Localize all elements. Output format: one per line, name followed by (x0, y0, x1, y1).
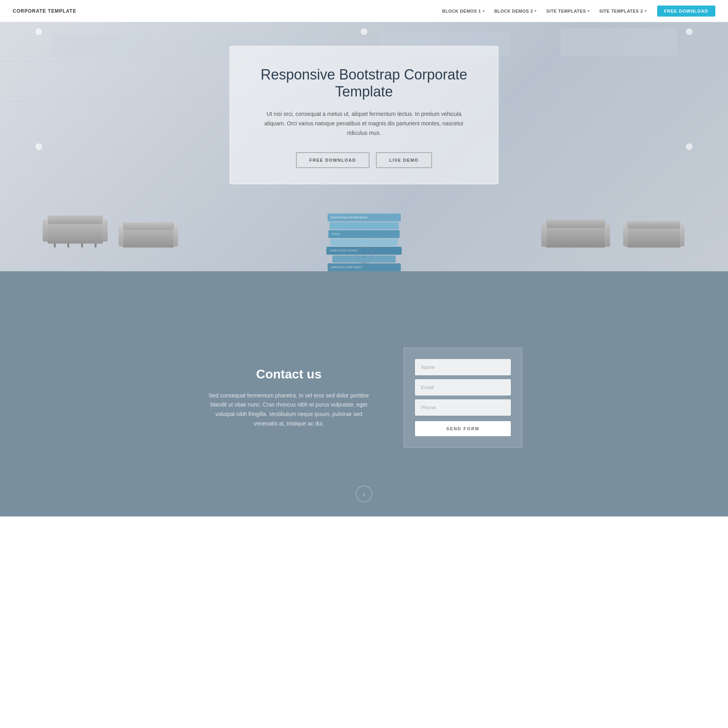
dropdown-caret-1: ▾ (483, 9, 485, 13)
hero-download-button[interactable]: FREE DOWNLOAD (296, 152, 370, 168)
couch-back-3 (546, 219, 605, 228)
book-3: YOGA (328, 230, 400, 238)
nav-block-demos-2[interactable]: BLOCK DEMOS 2 ▾ (490, 6, 541, 16)
handle-top-right (686, 28, 692, 35)
couch-arm-left-4 (623, 225, 628, 246)
hero-section: Responsive Bootstrap Corporate Template … (0, 22, 728, 271)
handle-top-left (36, 28, 42, 35)
couch-back-1 (47, 216, 103, 224)
furniture-piece-2 (123, 222, 174, 248)
hero-title: Responsive Bootstrap Corporate Template (246, 66, 482, 100)
book-4 (330, 239, 398, 246)
book-1: Great Escapes Mediterranean (328, 214, 401, 221)
brand-logo: CORPORATE TEMPLATE (13, 8, 76, 14)
leg (81, 244, 83, 248)
nav-block-demos-1[interactable]: BLOCK DEMOS 1 ▾ (438, 6, 489, 16)
couch-seat-2 (123, 230, 174, 248)
couch-arm-right-4 (680, 225, 684, 246)
furniture-piece-4 (627, 221, 681, 248)
couch-back-4 (627, 221, 681, 229)
leg (67, 244, 69, 248)
couch-seat-1 (47, 224, 103, 244)
contact-title: Contact us (206, 367, 372, 382)
free-download-button[interactable]: FREE DOWNLOAD (657, 6, 715, 17)
hero-demo-button[interactable]: LIVE DEMO (376, 152, 432, 168)
dropdown-caret-3: ▾ (588, 9, 590, 13)
phone-input[interactable] (415, 399, 511, 416)
handle-top-mid (361, 28, 367, 35)
nav-site-templates[interactable]: SITE TEMPLATES ▾ (542, 6, 594, 16)
couch-seat-4 (627, 229, 681, 248)
hero-inner: Responsive Bootstrap Corporate Template … (8, 46, 720, 271)
navbar: CORPORATE TEMPLATE BLOCK DEMOS 1 ▾ BLOCK… (0, 0, 728, 22)
couch-arm-left-3 (541, 224, 547, 247)
dropdown-caret-2: ▾ (535, 9, 537, 13)
furniture-piece-3 (546, 219, 605, 248)
nav-links: BLOCK DEMOS 1 ▾ BLOCK DEMOS 2 ▾ SITE TEM… (438, 6, 715, 17)
couch-arm-left-2 (119, 227, 123, 246)
book-7: CHARLES & RAP FANCY (328, 263, 401, 271)
couch-arm-right-3 (605, 224, 610, 247)
couch-back-2 (123, 222, 174, 230)
name-input[interactable] (415, 359, 511, 375)
hero-description: Ut nisi orci, consequat a metus ut, aliq… (261, 110, 467, 138)
couch-arm-right-1 (102, 220, 108, 242)
leg (95, 244, 97, 248)
contact-section: Contact us Sed consequat fermentum phare… (0, 271, 728, 516)
leg (54, 244, 56, 248)
dropdown-caret-4: ▾ (645, 9, 647, 13)
hero-buttons: FREE DOWNLOAD LIVE DEMO (246, 152, 482, 168)
email-input[interactable] (415, 379, 511, 395)
hero-panel: Responsive Bootstrap Corporate Template … (229, 46, 499, 184)
contact-scroll-arrow[interactable]: ↓ (356, 486, 372, 502)
furniture-piece-1 (47, 216, 103, 248)
couch-seat-3 (546, 228, 605, 248)
contact-form: SEND FORM (404, 348, 522, 448)
book-2 (330, 222, 399, 229)
send-form-button[interactable]: SEND FORM (415, 421, 511, 436)
couch-arm-left-1 (43, 220, 48, 242)
contact-info: Contact us Sed consequat fermentum phare… (206, 367, 372, 429)
couch-arm-right-2 (173, 227, 178, 246)
couch-legs-1 (47, 244, 103, 248)
hero-scroll-arrow[interactable]: ↓ (356, 247, 372, 263)
contact-description: Sed consequat fermentum pharetra. In vel… (206, 391, 372, 429)
nav-site-templates-2[interactable]: SITE TEMPLATES 2 ▾ (595, 6, 651, 16)
